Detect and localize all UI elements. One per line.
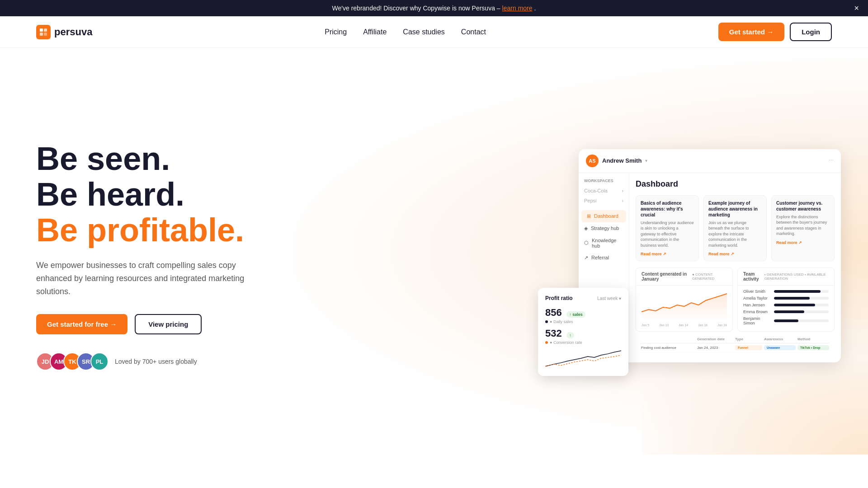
team-row-3: Han Jensen xyxy=(743,303,829,307)
read-more-3[interactable]: Read more ↗ xyxy=(776,240,830,245)
avatars: JD AM TK SR PL xyxy=(36,352,108,371)
hero-line3: Be profitable. xyxy=(36,212,262,248)
team-bar-bg-3 xyxy=(774,304,829,306)
chart-header: Content generated in January ● CONTENT G… xyxy=(636,268,732,286)
article-title-1: Basics of audience awareness: why it's c… xyxy=(641,200,694,218)
dashboard-menu-icon: ⋯ xyxy=(829,158,834,164)
nav-link-pricing[interactable]: Pricing xyxy=(325,28,347,36)
close-announcement-button[interactable]: × xyxy=(854,4,859,13)
svg-rect-1 xyxy=(44,28,47,32)
article-desc-3: Explore the distinctions between the buy… xyxy=(776,214,830,237)
article-desc-1: Understanding your audience is akin to u… xyxy=(641,220,694,249)
arrow-icon: › xyxy=(622,188,623,193)
team-row-4: Emma Brown xyxy=(743,310,829,314)
team-bar-3 xyxy=(774,304,815,306)
conversion-number: 532 xyxy=(545,328,562,339)
team-row-5: Benjamin Simon xyxy=(743,316,829,325)
svg-rect-3 xyxy=(44,33,47,36)
get-started-button[interactable]: Get started → xyxy=(718,23,784,41)
hero-buttons: Get started for free → View pricing xyxy=(36,314,262,334)
article-cards: Basics of audience awareness: why it's c… xyxy=(636,195,835,262)
article-card-1: Basics of audience awareness: why it's c… xyxy=(636,195,699,262)
team-header: Team activity • GENERATIONS USED • AVAIL… xyxy=(738,268,834,286)
nav-strategy-hub[interactable]: ◈ Strategy hub xyxy=(579,222,629,235)
announcement-period: . xyxy=(534,5,536,12)
team-bar-bg-1 xyxy=(774,290,829,293)
logo-icon xyxy=(36,25,51,39)
workspace-pepsi[interactable]: Pepsi › xyxy=(579,196,629,206)
team-bar-bg-2 xyxy=(774,297,829,300)
hero-get-started-button[interactable]: Get started for free → xyxy=(36,314,127,334)
chart-x-labels: Jan 5Jan 10Jan 14Jan 18Jan 24 xyxy=(642,324,727,327)
knowledge-icon: ⬡ xyxy=(584,240,589,246)
profit-mini-chart xyxy=(545,348,621,369)
nav-link-case-studies[interactable]: Case studies xyxy=(403,28,445,36)
dot-dark xyxy=(545,320,548,323)
team-bar-bg-4 xyxy=(774,310,829,313)
dashboard-title: Dashboard xyxy=(636,179,835,189)
team-rows: Oliver Smith Amelia Taylor xyxy=(738,286,834,331)
hero-line2: Be heard. xyxy=(36,177,262,212)
daily-sales-label: ● Daily sales xyxy=(545,319,621,324)
awareness-tag: Unaware xyxy=(764,345,796,350)
nav-knowledge-hub[interactable]: ⬡ Knowledge hub xyxy=(579,235,629,252)
dashboard-icon: ⊞ xyxy=(587,213,591,219)
view-pricing-button[interactable]: View pricing xyxy=(135,314,202,334)
logo-text: persuva xyxy=(54,26,92,38)
daily-sales-badge: ↑ sales xyxy=(566,311,585,318)
team-bar-2 xyxy=(774,297,810,300)
hero-content: Be seen. Be heard. Be profitable. We emp… xyxy=(36,141,262,371)
chevron-down-icon: ▾ xyxy=(645,158,647,163)
logo[interactable]: persuva xyxy=(36,25,92,39)
team-label: Team activity xyxy=(743,272,764,282)
nav-actions: Get started → Login xyxy=(718,23,832,41)
announcement-bar: We've rebranded! Discover why Copywise i… xyxy=(0,0,868,16)
read-more-2[interactable]: Read more ↗ xyxy=(708,252,762,256)
workspace-coca-cola[interactable]: Coca-Cola › xyxy=(579,186,629,196)
hero-visual: AS Andrew Smith ▾ ⋯ WORKSPACES Coca-Cola… xyxy=(552,149,832,363)
daily-sales-number: 856 xyxy=(545,307,562,318)
profit-card-title: Profit ratio xyxy=(545,295,573,301)
team-row-1: Oliver Smith xyxy=(743,289,829,294)
article-card-3: Customer journey vs. customer awareness … xyxy=(771,195,835,262)
user-avatar: AS xyxy=(586,155,599,167)
arrow-icon: › xyxy=(622,198,623,203)
profit-card-header: Profit ratio Last week ▾ xyxy=(545,295,621,301)
nav-link-contact[interactable]: Contact xyxy=(461,28,486,36)
profit-chart-svg xyxy=(545,348,621,369)
svg-rect-0 xyxy=(40,28,43,32)
article-title-3: Customer journey vs. customer awareness xyxy=(776,200,830,212)
dashboard-main: Dashboard Basics of audience awareness: … xyxy=(629,173,841,363)
login-button[interactable]: Login xyxy=(790,23,832,41)
article-card-2: Example journey of audience awareness in… xyxy=(703,195,767,262)
profit-daily-sales: 856 ↑ sales ● Daily sales xyxy=(545,307,621,324)
hero-section: Be seen. Be heard. Be profitable. We emp… xyxy=(0,48,868,455)
nav-link-affiliate[interactable]: Affiliate xyxy=(363,28,387,36)
profit-period[interactable]: Last week ▾ xyxy=(597,296,621,301)
team-bar-bg-5 xyxy=(774,319,829,322)
strategy-icon: ◈ xyxy=(584,225,588,231)
dashboard-user: AS Andrew Smith ▾ xyxy=(586,155,647,167)
type-tag: Funnel xyxy=(735,345,762,350)
workspaces-label: WORKSPACES xyxy=(579,178,629,186)
profit-conversion: 532 ↑ ● Conversion rate xyxy=(545,328,621,345)
hero-description: We empower businesses to craft compellin… xyxy=(36,259,262,298)
read-more-1[interactable]: Read more ↗ xyxy=(641,252,694,256)
user-name: Andrew Smith xyxy=(602,157,642,164)
method-tag: TikTok • Drop xyxy=(797,345,829,350)
social-proof-text: Loved by 700+ users globally xyxy=(115,358,197,365)
team-bar-1 xyxy=(774,290,821,293)
nav-dashboard[interactable]: ⊞ Dashboard xyxy=(581,210,626,222)
team-bar-4 xyxy=(774,310,804,313)
team-bar-5 xyxy=(774,319,798,322)
conversion-badge: ↑ xyxy=(566,332,574,338)
conversion-label: ● Conversion rate xyxy=(545,340,621,345)
nav-referral[interactable]: ↗ Referral xyxy=(579,252,629,264)
nav-links: Pricing Affiliate Case studies Contact xyxy=(325,28,486,36)
team-activity-section: Team activity • GENERATIONS USED • AVAIL… xyxy=(737,267,835,332)
chart-label: Content generated in January xyxy=(642,272,692,282)
avatar-5: PL xyxy=(90,352,108,371)
announcement-link[interactable]: learn more xyxy=(502,5,533,12)
article-desc-2: Join us as we plunge beneath the surface… xyxy=(708,220,762,249)
profit-card: Profit ratio Last week ▾ 856 ↑ sales ● D… xyxy=(538,288,628,376)
